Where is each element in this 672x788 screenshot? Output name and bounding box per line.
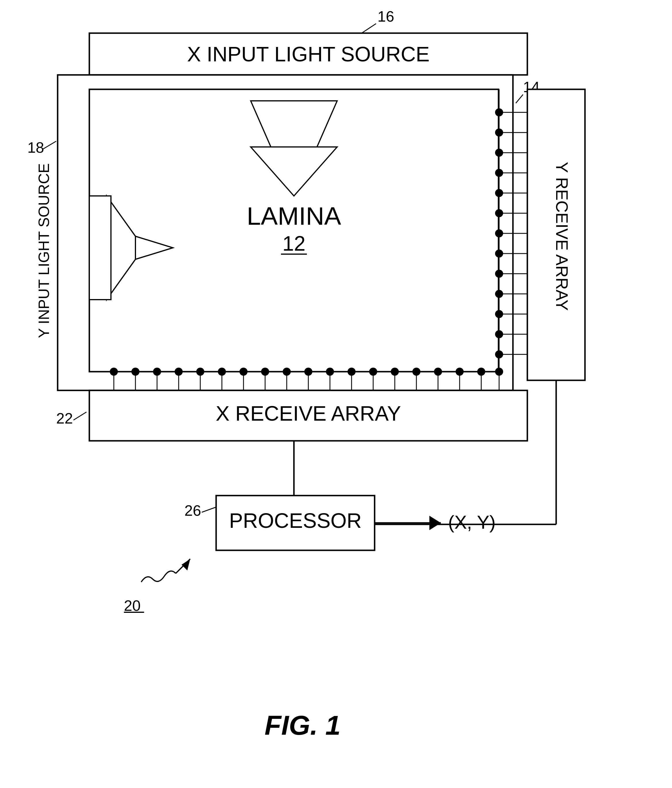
x-input-light-source-label: X INPUT LIGHT SOURCE — [187, 43, 430, 66]
xy-output-label: (X, Y) — [448, 512, 496, 533]
output-arrow — [429, 516, 441, 530]
ref-20: 20 — [124, 597, 141, 614]
ref-22: 22 — [56, 410, 73, 427]
x-receive-array-label: X RECEIVE ARRAY — [216, 402, 401, 425]
y-input-light-source-label: Y INPUT LIGHT SOURCE — [35, 164, 52, 338]
y-light-backing — [89, 196, 111, 300]
lamina-ref-label: 12 — [283, 232, 305, 255]
svg-line-2 — [516, 94, 523, 103]
fig-caption: FIG. 1 — [265, 710, 341, 740]
lamina-label: LAMINA — [247, 202, 341, 230]
processor-label: PROCESSOR — [229, 509, 362, 532]
y-receive-array-label: Y RECEIVE ARRAY — [553, 162, 572, 311]
svg-line-0 — [362, 24, 376, 33]
diagram-container: 16 X INPUT LIGHT SOURCE 18 14 LAMINA 12 … — [0, 0, 672, 788]
ref-20-squiggle — [141, 571, 176, 582]
svg-line-40 — [202, 507, 216, 512]
svg-line-39 — [73, 412, 86, 420]
svg-line-1 — [43, 141, 56, 149]
ref-16: 16 — [378, 8, 394, 25]
ref-26: 26 — [184, 502, 201, 519]
ref-18: 18 — [27, 139, 44, 156]
ref-20-arrowhead — [181, 559, 190, 570]
